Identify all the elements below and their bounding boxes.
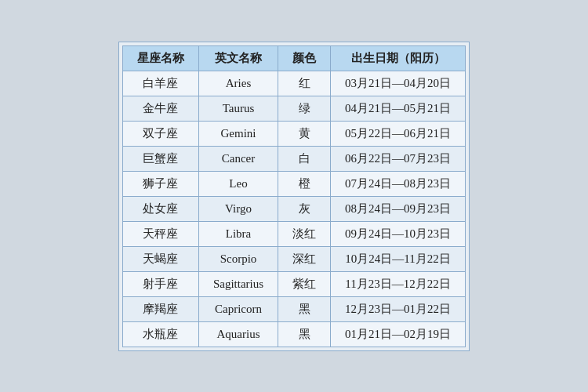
cell-color: 深红 [278, 246, 331, 271]
table-row: 双子座Gemini黄05月22日—06月21日 [122, 121, 465, 146]
cell-english-name: Virgo [198, 196, 278, 221]
zodiac-table-container: 星座名称 英文名称 颜色 出生日期（阳历） 白羊座Aries红03月21日—04… [118, 42, 470, 351]
cell-english-name: Libra [198, 221, 278, 246]
cell-color: 黑 [278, 296, 331, 321]
cell-english-name: Sagittarius [198, 271, 278, 296]
cell-dates: 01月21日—02月19日 [331, 321, 466, 347]
header-chinese-name: 星座名称 [122, 45, 198, 71]
cell-color: 灰 [278, 196, 331, 221]
cell-chinese-name: 天蝎座 [122, 246, 198, 271]
table-row: 处女座Virgo灰08月24日—09月23日 [122, 196, 465, 221]
cell-color: 白 [278, 146, 331, 171]
cell-color: 红 [278, 71, 331, 96]
cell-dates: 07月24日—08月23日 [331, 171, 466, 196]
cell-dates: 12月23日—01月22日 [331, 296, 466, 321]
cell-color: 橙 [278, 171, 331, 196]
cell-dates: 05月22日—06月21日 [331, 121, 466, 146]
header-english-name: 英文名称 [198, 45, 278, 71]
table-row: 金牛座Taurus绿04月21日—05月21日 [122, 96, 465, 121]
cell-color: 黑 [278, 321, 331, 347]
cell-chinese-name: 双子座 [122, 121, 198, 146]
header-color: 颜色 [278, 45, 331, 71]
header-dates: 出生日期（阳历） [331, 45, 466, 71]
cell-english-name: Leo [198, 171, 278, 196]
cell-color: 淡红 [278, 221, 331, 246]
cell-chinese-name: 水瓶座 [122, 321, 198, 347]
cell-english-name: Capricorn [198, 296, 278, 321]
cell-color: 黄 [278, 121, 331, 146]
cell-english-name: Aries [198, 71, 278, 96]
cell-dates: 11月23日—12月22日 [331, 271, 466, 296]
cell-chinese-name: 天秤座 [122, 221, 198, 246]
cell-chinese-name: 金牛座 [122, 96, 198, 121]
table-header-row: 星座名称 英文名称 颜色 出生日期（阳历） [122, 45, 465, 71]
cell-color: 紫红 [278, 271, 331, 296]
cell-chinese-name: 白羊座 [122, 71, 198, 96]
cell-dates: 10月24日—11月22日 [331, 246, 466, 271]
cell-english-name: Scorpio [198, 246, 278, 271]
cell-chinese-name: 射手座 [122, 271, 198, 296]
table-row: 狮子座Leo橙07月24日—08月23日 [122, 171, 465, 196]
table-row: 射手座Sagittarius紫红11月23日—12月22日 [122, 271, 465, 296]
cell-chinese-name: 巨蟹座 [122, 146, 198, 171]
cell-dates: 06月22日—07月23日 [331, 146, 466, 171]
table-row: 摩羯座Capricorn黑12月23日—01月22日 [122, 296, 465, 321]
cell-chinese-name: 狮子座 [122, 171, 198, 196]
table-row: 水瓶座Aquarius黑01月21日—02月19日 [122, 321, 465, 347]
cell-chinese-name: 摩羯座 [122, 296, 198, 321]
table-row: 天秤座Libra淡红09月24日—10月23日 [122, 221, 465, 246]
cell-color: 绿 [278, 96, 331, 121]
cell-chinese-name: 处女座 [122, 196, 198, 221]
table-row: 白羊座Aries红03月21日—04月20日 [122, 71, 465, 96]
cell-english-name: Aquarius [198, 321, 278, 347]
cell-dates: 09月24日—10月23日 [331, 221, 466, 246]
cell-dates: 08月24日—09月23日 [331, 196, 466, 221]
zodiac-table: 星座名称 英文名称 颜色 出生日期（阳历） 白羊座Aries红03月21日—04… [122, 45, 466, 347]
cell-english-name: Gemini [198, 121, 278, 146]
table-row: 天蝎座Scorpio深红10月24日—11月22日 [122, 246, 465, 271]
table-body: 白羊座Aries红03月21日—04月20日金牛座Taurus绿04月21日—0… [122, 71, 465, 347]
cell-dates: 04月21日—05月21日 [331, 96, 466, 121]
cell-english-name: Cancer [198, 146, 278, 171]
table-row: 巨蟹座Cancer白06月22日—07月23日 [122, 146, 465, 171]
cell-dates: 03月21日—04月20日 [331, 71, 466, 96]
cell-english-name: Taurus [198, 96, 278, 121]
